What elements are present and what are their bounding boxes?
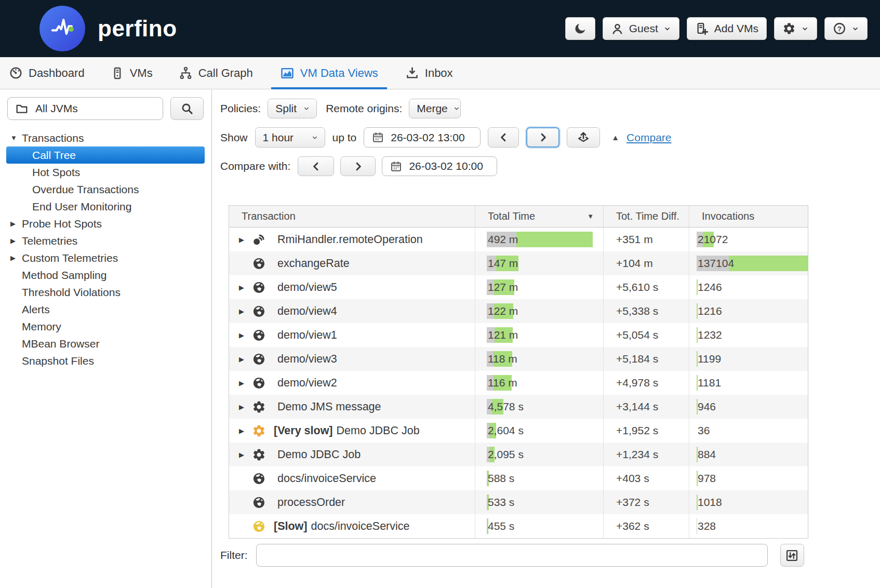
chevron-right-icon <box>538 132 549 143</box>
sidebar-item-call-tree[interactable]: Call Tree <box>0 146 211 164</box>
adjust-columns-button[interactable] <box>780 544 804 567</box>
tree-expander-icon[interactable]: ▶ <box>10 220 21 228</box>
table-row[interactable]: ▶demo/view1 121 m +5,054 s 1232 <box>229 323 808 347</box>
column-header-transaction[interactable]: Transaction <box>229 206 475 227</box>
time-next-button[interactable] <box>526 127 559 148</box>
sidebar-item-threshold-violations[interactable]: Threshold Violations <box>0 284 211 301</box>
column-header-tot-time-diff[interactable]: Tot. Time Diff. <box>603 206 689 227</box>
table-row[interactable]: [Slow]docs/invoiceService 455 s +362 s 3… <box>229 514 808 538</box>
up-to-date-field[interactable]: 26-03-02 13:00 <box>364 127 481 148</box>
compare-next-button[interactable] <box>340 156 376 176</box>
sidebar-item-memory[interactable]: Memory <box>0 318 211 335</box>
dark-mode-button[interactable] <box>565 17 595 40</box>
row-expander-icon[interactable]: ▶ <box>239 355 247 363</box>
table-row[interactable]: ▶demo/view3 118 m +5,184 s 1199 <box>229 347 808 371</box>
sidebar-item-snapshot-files[interactable]: Snapshot Files <box>0 352 211 369</box>
filter-input[interactable] <box>256 544 768 567</box>
gear-icon <box>782 22 796 35</box>
chart-icon <box>280 66 295 81</box>
globe-icon <box>252 352 266 366</box>
sidebar-item-hot-spots[interactable]: Hot Spots <box>0 164 211 181</box>
search-button[interactable] <box>170 97 204 120</box>
compare-date-field[interactable]: 26-03-02 10:00 <box>382 156 497 176</box>
export-button[interactable] <box>567 127 600 148</box>
time-prev-button[interactable] <box>488 127 519 148</box>
table-body: ▶RmiHandler.remoteOperation 492 m +351 m… <box>229 228 808 538</box>
tab-vms[interactable]: VMs <box>102 57 162 89</box>
row-expander-icon[interactable]: ▶ <box>239 379 247 387</box>
transactions-table: Transaction Total Time▼ Tot. Time Diff. … <box>229 205 808 539</box>
export-icon <box>577 131 590 144</box>
sidebar-item-custom-telemetries[interactable]: ▶Custom Telemetries <box>0 249 211 266</box>
globe-icon <box>252 304 266 318</box>
sidebar-item-method-sampling[interactable]: Method Sampling <box>0 266 211 284</box>
call-graph-icon <box>179 66 193 80</box>
table-row[interactable]: ▶demo/view5 127 m +5,610 s 1246 <box>229 275 808 299</box>
chevron-down-icon <box>453 105 460 112</box>
table-row[interactable]: ▶RmiHandler.remoteOperation 492 m +351 m… <box>229 228 808 251</box>
gear-icon <box>252 448 266 462</box>
table-row[interactable]: ▶[Very slow]Demo JDBC Job 2,604 s +1,952… <box>229 419 808 443</box>
compare-with-label: Compare with: <box>220 160 290 172</box>
table-row[interactable]: ▶demo/view4 122 m +5,338 s 1216 <box>229 299 808 323</box>
row-expander-icon[interactable]: ▶ <box>239 236 247 244</box>
folder-icon <box>15 102 29 115</box>
chevron-down-icon <box>663 25 671 33</box>
column-header-invocations[interactable]: Invocations <box>689 206 808 227</box>
tab-vm-data-views[interactable]: VM Data Views <box>271 57 387 89</box>
row-expander-icon[interactable]: ▶ <box>239 308 247 315</box>
remote-origins-select[interactable]: Merge <box>409 99 461 118</box>
sidebar-item-overdue-transactions[interactable]: Overdue Transactions <box>0 181 211 198</box>
compare-link[interactable]: Compare <box>626 131 671 144</box>
tab-label: VM Data Views <box>300 66 378 80</box>
compare-toggle-icon[interactable]: ▲ <box>611 133 619 142</box>
show-range-select[interactable]: 1 hour <box>255 127 325 148</box>
tab-call-graph[interactable]: Call Graph <box>170 57 262 89</box>
row-expander-icon[interactable]: ▶ <box>239 331 247 339</box>
user-menu-button[interactable]: Guest <box>603 17 679 40</box>
row-expander-icon[interactable]: ▶ <box>239 451 247 459</box>
inbox-icon <box>405 66 419 80</box>
sidebar-item-end-user-monitoring[interactable]: End User Monitoring <box>0 198 211 215</box>
globe-icon <box>252 376 266 390</box>
table-row[interactable]: ▶Demo JMS message 4,578 s +3,144 s 946 <box>229 395 808 419</box>
filter-label: Filter: <box>220 549 248 562</box>
table-row[interactable]: processOrder 533 s +372 s 1018 <box>229 490 808 514</box>
chevron-left-icon <box>311 161 322 172</box>
up-to-label: up to <box>332 131 357 144</box>
table-row[interactable]: ▶demo/view2 116 m +4,978 s 1181 <box>229 371 808 395</box>
tab-label: Inbox <box>425 66 453 80</box>
search-icon <box>180 102 194 115</box>
sidebar-item-mbean-browser[interactable]: MBean Browser <box>0 335 211 352</box>
tab-dashboard[interactable]: Dashboard <box>0 57 94 89</box>
row-expander-icon[interactable]: ▶ <box>239 427 247 435</box>
sidebar-item-probe-hot-spots[interactable]: ▶Probe Hot Spots <box>0 215 211 232</box>
help-menu-button[interactable]: ? <box>824 17 868 40</box>
jvm-selector-button[interactable]: All JVMs <box>7 97 163 120</box>
sidebar-item-transactions[interactable]: ▼Transactions <box>0 129 211 146</box>
svg-text:?: ? <box>837 25 842 33</box>
table-row[interactable]: exchangeRate 147 m +104 m 137104 <box>229 251 808 275</box>
add-vms-button[interactable]: Add VMs <box>687 17 767 40</box>
tab-inbox[interactable]: Inbox <box>396 57 462 89</box>
column-header-total-time[interactable]: Total Time▼ <box>475 206 603 227</box>
sort-desc-icon: ▼ <box>587 212 594 220</box>
table-row[interactable]: docs/invoiceService 588 s +403 s 978 <box>229 466 808 490</box>
tree-expander-icon[interactable]: ▶ <box>10 237 21 245</box>
calendar-icon <box>372 131 384 143</box>
chevron-down-icon <box>311 134 318 141</box>
sidebar-item-telemetries[interactable]: ▶Telemetries <box>0 232 211 249</box>
row-expander-icon[interactable]: ▶ <box>239 284 247 291</box>
settings-menu-button[interactable] <box>774 17 817 40</box>
tree-expander-icon[interactable]: ▶ <box>10 254 21 262</box>
tree-expander-icon[interactable]: ▼ <box>10 134 21 142</box>
table-row[interactable]: ▶Demo JDBC Job 2,095 s +1,234 s 884 <box>229 443 808 466</box>
row-expander-icon[interactable]: ▶ <box>239 403 247 411</box>
compare-prev-button[interactable] <box>298 156 334 176</box>
sidebar-item-alerts[interactable]: Alerts <box>0 301 211 318</box>
user-menu-label: Guest <box>629 22 658 35</box>
app-header: perfino Guest Add VMs <box>0 0 880 57</box>
up-to-date-value: 26-03-02 13:00 <box>391 131 464 144</box>
globe-icon <box>252 496 266 510</box>
policies-select[interactable]: Split <box>268 99 317 118</box>
